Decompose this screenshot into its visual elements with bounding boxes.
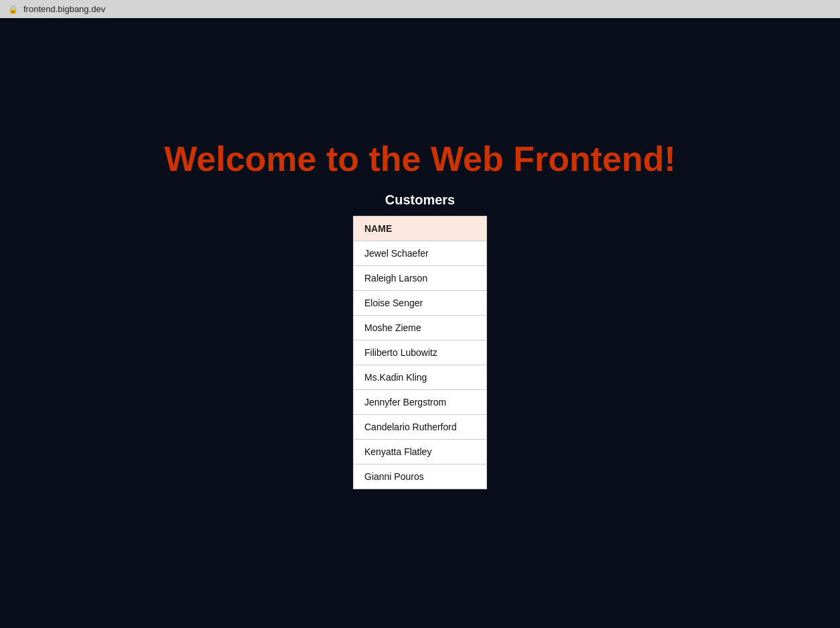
table-row[interactable]: Ms.Kadin Kling — [354, 365, 487, 390]
page-content: Welcome to the Web Frontend! Customers N… — [0, 18, 840, 489]
browser-url: frontend.bigbang.dev — [23, 4, 105, 14]
section-title: Customers — [385, 192, 455, 208]
customer-name: Raleigh Larson — [354, 266, 487, 291]
customer-name: Candelario Rutherford — [354, 415, 487, 440]
customer-name: Ms.Kadin Kling — [354, 365, 487, 390]
customer-name: Moshe Zieme — [354, 316, 487, 340]
customers-table: NAME Jewel SchaeferRaleigh LarsonEloise … — [353, 216, 487, 489]
table-row[interactable]: Raleigh Larson — [354, 266, 487, 291]
customer-name: Kenyatta Flatley — [354, 440, 487, 464]
table-row[interactable]: Moshe Zieme — [354, 316, 487, 340]
table-row[interactable]: Jewel Schaefer — [354, 241, 487, 266]
customer-name: Eloise Senger — [354, 291, 487, 316]
customer-name: Filiberto Lubowitz — [354, 340, 487, 365]
lock-icon: 🔒 — [8, 5, 18, 14]
table-row[interactable]: Candelario Rutherford — [354, 415, 487, 440]
table-row[interactable]: Gianni Pouros — [354, 464, 487, 489]
table-row[interactable]: Filiberto Lubowitz — [354, 340, 487, 365]
page-title: Welcome to the Web Frontend! — [164, 139, 676, 179]
customer-name: Jennyfer Bergstrom — [354, 390, 487, 415]
table-column-header: NAME — [354, 216, 487, 241]
customer-name: Jewel Schaefer — [354, 241, 487, 266]
table-row[interactable]: Kenyatta Flatley — [354, 440, 487, 464]
customer-name: Gianni Pouros — [354, 464, 487, 489]
browser-bar: 🔒 frontend.bigbang.dev — [0, 0, 840, 18]
table-row[interactable]: Jennyfer Bergstrom — [354, 390, 487, 415]
table-row[interactable]: Eloise Senger — [354, 291, 487, 316]
